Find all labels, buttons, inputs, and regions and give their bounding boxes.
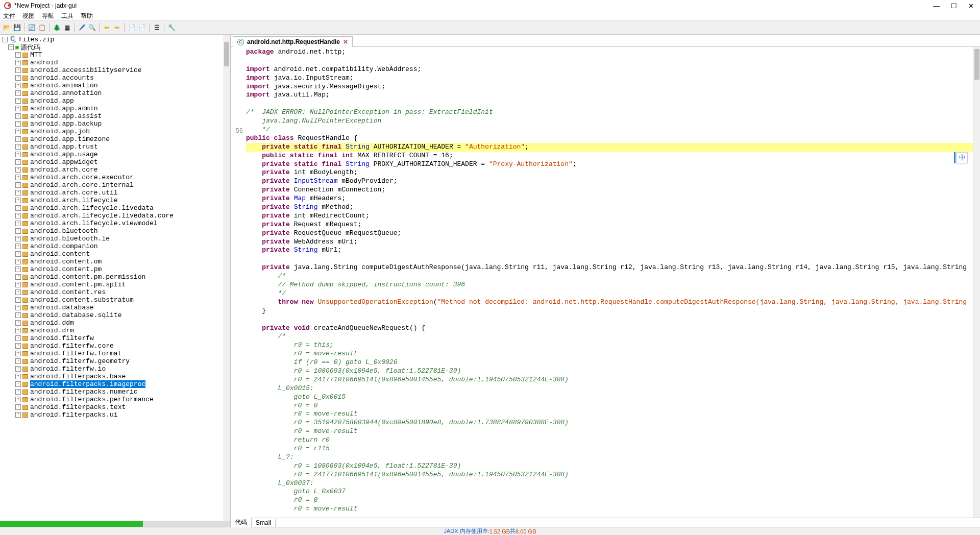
tree-package[interactable]: +android.app.backup [1, 120, 229, 128]
progress-bar [0, 521, 230, 527]
code-scrollbar[interactable] [973, 47, 980, 518]
tree-package[interactable]: +android.filterpacks.text [1, 403, 229, 411]
tree-package[interactable]: +android.filterpacks.imageproc [1, 380, 229, 388]
tree-package[interactable]: +android.app.job [1, 128, 229, 135]
code-editor[interactable]: package android.net.http; import android… [245, 47, 973, 518]
menubar: 文件 视图 导航 工具 帮助 [0, 11, 980, 20]
tree-package[interactable]: +android.animation [1, 82, 229, 89]
bottom-tab-smali[interactable]: Smali [252, 519, 276, 527]
tree-package[interactable]: +android.filterpacks.numeric [1, 388, 229, 396]
menu-file[interactable]: 文件 [3, 12, 15, 20]
tree-package[interactable]: +android.arch.lifecycle.livedata.core [1, 212, 229, 220]
deobf-icon[interactable]: 🔧 [167, 23, 176, 32]
menu-nav[interactable]: 导航 [42, 12, 54, 20]
status-bar: JADX 内存使用率: 1.52 GB 共 8.00 GB [0, 527, 980, 535]
tree-package[interactable]: +android.filterpacks.base [1, 373, 229, 380]
editor-tab[interactable]: C android.net.http.RequestHandle ✕ [233, 36, 353, 47]
tree-package[interactable]: +android.filterfw.geometry [1, 357, 229, 365]
tree-package[interactable]: +android [1, 59, 229, 66]
bottom-tab-code[interactable]: 代码 [231, 518, 252, 527]
tree-package[interactable]: +android.annotation [1, 89, 229, 97]
menu-view[interactable]: 视图 [22, 12, 35, 20]
tree-package[interactable]: +android.filterpacks.ui [1, 411, 229, 419]
tree-package[interactable]: +android.filterfw.format [1, 350, 229, 357]
sidebar-scrollbar[interactable] [223, 35, 230, 521]
tree-package[interactable]: +android.bluetooth.le [1, 235, 229, 242]
tree-package[interactable]: +android.arch.core.executor [1, 174, 229, 181]
tree-package[interactable]: +android.filterpacks.performance [1, 396, 229, 403]
tree-package[interactable]: +android.content [1, 250, 229, 258]
doc1-icon[interactable]: 📄 [127, 23, 136, 32]
tree-package[interactable]: +android.app.trust [1, 143, 229, 151]
app-icon [4, 2, 11, 9]
search-icon[interactable]: 🔍 [87, 23, 96, 32]
tree-package[interactable]: +android.drm [1, 327, 229, 334]
tree-package[interactable]: +android.filterfw.io [1, 365, 229, 373]
tree-package[interactable]: +android.content.pm [1, 265, 229, 273]
tree-package[interactable]: +android.app [1, 97, 229, 105]
line-gutter: 56 [231, 47, 245, 518]
tree-package[interactable]: +android.database.sqlite [1, 311, 229, 319]
forward-icon[interactable]: ➡ [112, 23, 121, 32]
tree-package[interactable]: +android.appwidget [1, 158, 229, 166]
tree-package[interactable]: +android.companion [1, 242, 229, 250]
menu-tools[interactable]: 工具 [61, 12, 74, 20]
package-tree[interactable]: −🗜️files.zip−▣源代码+MTT+android+android.ac… [0, 35, 230, 521]
menu-help[interactable]: 帮助 [81, 12, 93, 20]
sync-icon[interactable]: 🔄 [27, 23, 36, 32]
save-icon[interactable]: 💾 [12, 23, 21, 32]
tree-package[interactable]: +android.app.admin [1, 105, 229, 112]
tree-package[interactable]: +android.bluetooth [1, 227, 229, 235]
minimize-button[interactable]: — [933, 2, 942, 10]
window-title: *New Project - jadx-gui [14, 2, 77, 9]
doc2-icon[interactable]: 📄 [137, 23, 146, 32]
tree-package[interactable]: +android.content.res [1, 288, 229, 296]
tree-package[interactable]: +android.app.assist [1, 112, 229, 120]
tree-package[interactable]: +android.arch.core [1, 166, 229, 174]
tree-icon[interactable]: 🌲 [52, 23, 61, 32]
back-icon[interactable]: ⬅ [102, 23, 111, 32]
tree-package[interactable]: +android.filterfw.core [1, 342, 229, 350]
tree-package[interactable]: +android.arch.lifecycle.viewmodel [1, 220, 229, 227]
tree-package[interactable]: +android.app.timezone [1, 135, 229, 143]
class-icon: C [237, 39, 244, 45]
tree-package[interactable]: +android.filterfw [1, 334, 229, 342]
tree-package[interactable]: +android.ddm [1, 319, 229, 327]
tab-close-icon[interactable]: ✕ [343, 38, 348, 45]
tree-package[interactable]: +android.database [1, 304, 229, 311]
wand-icon[interactable]: 🖊️ [77, 23, 86, 32]
tree-package[interactable]: +android.accessibilityservice [1, 66, 229, 74]
tree-package[interactable]: +android.content.pm.permission [1, 273, 229, 281]
close-button[interactable]: ✕ [968, 2, 976, 10]
tree-package[interactable]: +MTT [1, 51, 229, 59]
maximize-button[interactable]: ☐ [951, 2, 959, 10]
tree-package[interactable]: +android.app.usage [1, 151, 229, 158]
grid-icon[interactable]: ▦ [62, 23, 71, 32]
ime-handle[interactable] [954, 152, 955, 163]
copy-icon[interactable]: 📋 [37, 23, 46, 32]
toolbar: 📂 💾 🔄 📋 🌲 ▦ 🖊️ 🔍 ⬅ ➡ 📄 📄 ☰ 🔧 [0, 20, 980, 35]
open-icon[interactable]: 📂 [2, 23, 11, 32]
tree-package[interactable]: +android.arch.lifecycle.livedata [1, 204, 229, 212]
tree-package[interactable]: +android.accounts [1, 74, 229, 82]
tree-package[interactable]: +android.content.substratum [1, 296, 229, 304]
tab-label: android.net.http.RequestHandle [247, 38, 340, 45]
tree-package[interactable]: +android.arch.lifecycle [1, 197, 229, 204]
tree-package[interactable]: +android.arch.core.util [1, 189, 229, 197]
tree-package[interactable]: +android.arch.core.internal [1, 181, 229, 189]
tree-package[interactable]: +android.content.om [1, 258, 229, 265]
ime-badge[interactable]: 中 [957, 152, 968, 163]
list-icon[interactable]: ☰ [152, 23, 161, 32]
tree-package[interactable]: +android.content.pm.split [1, 281, 229, 288]
tree-source-root[interactable]: −▣源代码 [1, 43, 229, 51]
